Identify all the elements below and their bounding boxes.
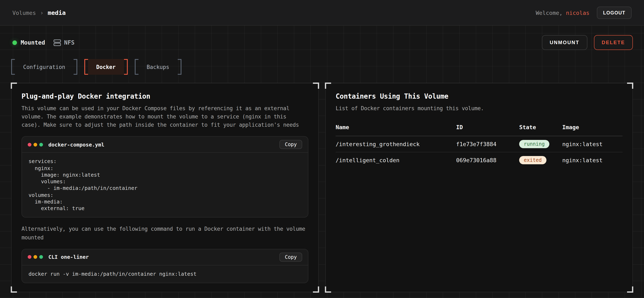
containers-panel: Containers Using This Volume List of Doc… bbox=[325, 83, 633, 292]
containers-panel-subtitle: List of Docker containers mounting this … bbox=[336, 104, 622, 113]
yellow-dot-icon bbox=[34, 255, 37, 259]
corner-bracket bbox=[627, 287, 633, 293]
container-id: 069e73016a88 bbox=[456, 152, 519, 168]
corner-bracket bbox=[313, 83, 319, 89]
containers-table: Name ID State Image /interesting_grothen… bbox=[336, 120, 622, 168]
tab-docker[interactable]: Docker bbox=[84, 59, 128, 75]
corner-bracket bbox=[325, 287, 331, 293]
breadcrumb-current-volume: media bbox=[48, 9, 66, 16]
copy-compose-button[interactable]: Copy bbox=[280, 140, 302, 149]
container-name: /intelligent_colden bbox=[336, 152, 456, 168]
bracket-right bbox=[178, 59, 181, 75]
topbar: Volumes › media Welcome, nicolas LOGOUT bbox=[0, 0, 644, 26]
container-image: nginx:latest bbox=[562, 136, 622, 152]
bracket-left bbox=[11, 59, 15, 75]
bracket-left bbox=[134, 59, 138, 75]
unmount-button[interactable]: UNMOUNT bbox=[542, 35, 587, 50]
driver-label: NFS bbox=[64, 39, 74, 46]
container-id: f1e73e7f3884 bbox=[456, 136, 519, 152]
cli-title: CLI one-liner bbox=[48, 254, 89, 260]
compose-code-header: docker-compose.yml Copy bbox=[22, 137, 308, 153]
volume-detail-page: Volumes › media Welcome, nicolas LOGOUT … bbox=[0, 0, 644, 298]
table-row: /intelligent_colden 069e73016a88 exited … bbox=[336, 152, 622, 168]
window-dots bbox=[28, 143, 43, 147]
bracket-right bbox=[74, 59, 77, 75]
cli-code-header: CLI one-liner Copy bbox=[22, 249, 308, 265]
yellow-dot-icon bbox=[34, 143, 37, 147]
docker-panel-title: Plug-and-play Docker integration bbox=[22, 92, 308, 100]
red-dot-icon bbox=[28, 143, 32, 147]
username: nicolas bbox=[566, 9, 590, 16]
table-header-row: Name ID State Image bbox=[336, 120, 622, 136]
welcome-text: Welcome, nicolas bbox=[536, 9, 590, 16]
corner-bracket bbox=[325, 83, 331, 89]
mounted-status-dot bbox=[12, 40, 17, 45]
copy-cli-button[interactable]: Copy bbox=[280, 252, 302, 262]
breadcrumb-volumes-link[interactable]: Volumes bbox=[12, 9, 36, 16]
tab-backups[interactable]: Backups bbox=[134, 59, 181, 75]
mounted-status-label: Mounted bbox=[21, 39, 45, 46]
driver-badge: NFS bbox=[53, 39, 74, 46]
container-image: nginx:latest bbox=[562, 152, 622, 168]
tab-configuration[interactable]: Configuration bbox=[11, 59, 77, 75]
docker-panel-description: This volume can be used in your Docker C… bbox=[22, 104, 308, 129]
cli-code-block: CLI one-liner Copy docker run -v im-medi… bbox=[22, 249, 308, 283]
logout-button[interactable]: LOGOUT bbox=[597, 6, 632, 19]
red-dot-icon bbox=[28, 255, 32, 259]
delete-button[interactable]: DELETE bbox=[594, 35, 633, 50]
bracket-right bbox=[124, 59, 128, 75]
column-header-name: Name bbox=[336, 120, 456, 136]
window-dots bbox=[28, 255, 43, 259]
green-dot-icon bbox=[39, 143, 43, 147]
column-header-image: Image bbox=[562, 120, 622, 136]
table-row: /interesting_grothendieck f1e73e7f3884 r… bbox=[336, 136, 622, 152]
panels: Plug-and-play Docker integration This vo… bbox=[11, 83, 633, 292]
cli-code: docker run -v im-media:/path/in/containe… bbox=[22, 265, 308, 283]
corner-bracket bbox=[11, 83, 17, 89]
docker-integration-panel: Plug-and-play Docker integration This vo… bbox=[11, 83, 319, 292]
compose-code: services: nginx: image: nginx:latest vol… bbox=[22, 153, 308, 217]
compose-filename: docker-compose.yml bbox=[48, 142, 104, 148]
corner-bracket bbox=[627, 83, 633, 89]
column-header-id: ID bbox=[456, 120, 519, 136]
cli-intro-text: Alternatively, you can use the following… bbox=[22, 225, 308, 242]
tab-bar: Configuration Docker Backups bbox=[11, 59, 633, 75]
breadcrumb: Volumes › media bbox=[12, 9, 66, 16]
green-dot-icon bbox=[39, 255, 43, 259]
corner-bracket bbox=[11, 287, 17, 293]
volume-actions: UNMOUNT DELETE bbox=[542, 35, 633, 50]
main-content: Mounted NFS UNMOUNT DELETE bbox=[0, 26, 644, 298]
container-name: /interesting_grothendieck bbox=[336, 136, 456, 152]
chevron-right-icon: › bbox=[40, 9, 44, 16]
server-icon bbox=[53, 39, 61, 46]
bracket-left bbox=[84, 59, 88, 75]
topbar-right: Welcome, nicolas LOGOUT bbox=[536, 6, 632, 19]
column-header-state: State bbox=[519, 120, 562, 136]
compose-code-block: docker-compose.yml Copy services: nginx:… bbox=[22, 137, 308, 218]
status-row: Mounted NFS UNMOUNT DELETE bbox=[11, 35, 633, 50]
containers-panel-title: Containers Using This Volume bbox=[336, 92, 622, 100]
status-badge: exited bbox=[519, 156, 546, 164]
status-badge: running bbox=[519, 140, 549, 148]
corner-bracket bbox=[313, 287, 319, 293]
